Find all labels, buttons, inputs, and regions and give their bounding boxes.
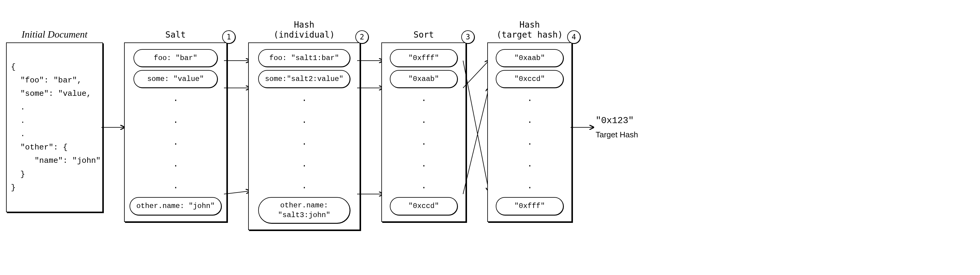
sort-item: "0xfff" — [390, 49, 457, 67]
sort-item: "0xccd" — [390, 197, 457, 215]
col-output: "0x123" Target Hash — [593, 42, 638, 212]
target-hash-label: Target Hash — [596, 130, 638, 139]
svg-line-3 — [224, 191, 250, 194]
salt-box: foo: "bar" some: "value" . . . . . other… — [124, 42, 227, 222]
hash-ind-item: some:"salt2:value" — [258, 70, 350, 88]
arrows-salt-to-hash — [227, 42, 248, 212]
title-salt: Salt — [165, 9, 186, 42]
step-3-badge: 3 — [461, 30, 474, 44]
svg-line-9 — [463, 88, 489, 194]
svg-line-7 — [463, 61, 489, 191]
hash-ind-item: foo: "salt1:bar" — [258, 49, 350, 67]
label: Hash — [294, 20, 314, 30]
label: (target hash) — [496, 30, 563, 40]
salt-item: foo: "bar" — [134, 49, 217, 67]
arrow-doc-to-salt — [103, 42, 124, 212]
initial-document-box: { "foo": "bar", "some": "value, . . . "o… — [6, 42, 103, 212]
ellipsis-icon: . . . . . — [173, 93, 178, 192]
hash-ind-item: other.name: "salt3:john" — [258, 197, 350, 223]
hash-pipeline-diagram: Initial Document { "foo": "bar", "some":… — [6, 9, 974, 230]
col-hash-target: Hash (target hash) 4 "0xaab" "0xccd" . .… — [487, 9, 572, 222]
col-salt: Salt 1 foo: "bar" some: "value" . . . . … — [124, 9, 227, 222]
salt-item: other.name: "john" — [129, 197, 221, 215]
ellipsis-icon: . . . . . — [528, 93, 532, 192]
title-sort: Sort — [414, 9, 434, 42]
sort-box: "0xfff" "0xaab" . . . . . "0xccd" — [381, 42, 466, 222]
col-initial-document: Initial Document { "foo": "bar", "some":… — [6, 9, 103, 212]
col-hash-individual: Hash (individual) 2 foo: "salt1:bar" som… — [248, 9, 360, 230]
arrow-to-output — [572, 42, 593, 212]
target-hash-value: "0x123" — [596, 115, 638, 126]
title-hash-target: Hash (target hash) — [496, 9, 563, 42]
hash-individual-box: foo: "salt1:bar" some:"salt2:value" . . … — [248, 42, 360, 230]
col-sort: Sort 3 "0xfff" "0xaab" . . . . . "0xccd" — [381, 9, 466, 222]
label: (individual) — [274, 30, 335, 40]
arrows-sort-to-sorted — [466, 42, 487, 212]
svg-line-8 — [463, 61, 489, 88]
sorted-item: "0xaab" — [496, 49, 563, 67]
arrows-hash-to-sort — [360, 42, 381, 212]
sorted-item: "0xfff" — [496, 197, 563, 215]
salt-item: some: "value" — [134, 70, 217, 88]
title-hash-individual: Hash (individual) — [274, 9, 335, 42]
label: Hash — [519, 20, 539, 30]
step-1-badge: 1 — [222, 30, 235, 44]
sorted-item: "0xccd" — [496, 70, 563, 88]
hash-target-box: "0xaab" "0xccd" . . . . . "0xfff" — [487, 42, 572, 222]
sort-item: "0xaab" — [390, 70, 457, 88]
step-2-badge: 2 — [355, 30, 369, 44]
step-4-badge: 4 — [567, 30, 581, 44]
ellipsis-icon: . . . . . — [422, 93, 426, 192]
title-initial: Initial Document — [21, 9, 88, 42]
ellipsis-icon: . . . . . — [302, 93, 307, 192]
